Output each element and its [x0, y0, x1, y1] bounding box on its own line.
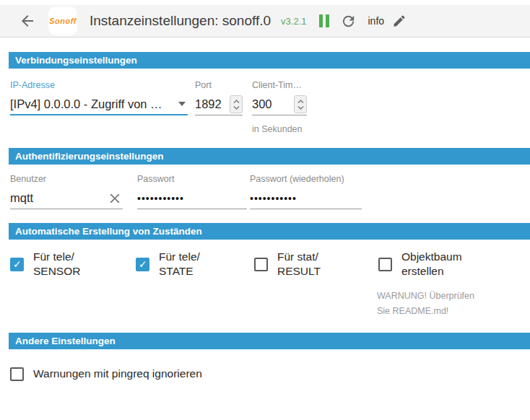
- port-input[interactable]: 1892: [195, 94, 243, 115]
- window-top-strip: [0, 0, 530, 5]
- user-value: mqtt: [10, 191, 33, 205]
- section-header-other: Andere Einstellungen: [9, 333, 530, 349]
- password-input[interactable]: •••••••••••: [137, 188, 247, 209]
- adapter-version: v3.2.1: [281, 16, 306, 27]
- ip-address-label: IP-Adresse: [10, 80, 188, 90]
- logo-text: Sonoff: [49, 17, 77, 25]
- port-label: Port: [195, 80, 243, 90]
- edit-button[interactable]: [392, 14, 407, 28]
- instance-settings-toolbar: Sonoff Instanzeinstellungen: sonoff.0 v3…: [0, 5, 530, 38]
- sonoff-adapter-logo: Sonoff: [48, 6, 77, 35]
- section-header-states: Automatische Erstellung von Zuständen: [9, 223, 530, 240]
- ip-address-select[interactable]: [IPv4] 0.0.0.0 - Zugriff von …: [10, 94, 188, 115]
- password-repeat-input[interactable]: •••••••••••: [250, 188, 362, 209]
- user-input[interactable]: mqtt: [10, 188, 123, 209]
- checkbox-ignore-pingreq[interactable]: Warnungen mit pingreq ignorieren: [10, 367, 202, 381]
- checkbox-label: Warnungen mit pingreq ignorieren: [33, 367, 202, 381]
- checkbox-label: Für tele/ STATE: [159, 250, 200, 279]
- back-button[interactable]: [19, 12, 36, 30]
- checkbox-icon[interactable]: [136, 258, 149, 271]
- close-icon[interactable]: [107, 191, 123, 206]
- checkbox-icon[interactable]: [10, 367, 24, 381]
- page-title: Instanzeinstellungen: sonoff.0: [90, 13, 271, 29]
- section-header-connection: Verbindungseinstellungen: [9, 52, 530, 69]
- password-repeat-value: •••••••••••: [250, 193, 297, 204]
- readme-warning: WARNUNG! Überprüfen Sie README.md!: [377, 289, 474, 319]
- password-label: Passwort: [137, 174, 247, 184]
- checkbox-label: Für tele/ SENSOR: [33, 250, 80, 279]
- refresh-button[interactable]: [340, 13, 357, 30]
- arrow-left-icon: [19, 12, 36, 30]
- caret-down-icon: [178, 102, 186, 106]
- password-value: •••••••••••: [137, 193, 184, 204]
- password-repeat-label: Passwort (wiederholen): [250, 174, 362, 184]
- port-value: 1892: [195, 97, 222, 111]
- client-timeout-value: 300: [252, 97, 272, 111]
- checkbox-tele-state[interactable]: Für tele/ STATE: [136, 250, 254, 279]
- checkbox-label: Für stat/ RESULT: [277, 250, 321, 279]
- info-link[interactable]: info: [368, 15, 384, 27]
- checkbox-icon[interactable]: [378, 258, 392, 271]
- client-timeout-stepper-icon[interactable]: [294, 95, 307, 113]
- checkbox-tele-sensor[interactable]: Für tele/ SENSOR: [10, 250, 136, 279]
- client-timeout-hint: in Sekunden: [252, 122, 304, 137]
- client-timeout-input[interactable]: 300: [252, 94, 307, 115]
- ip-address-value: [IPv4] 0.0.0.0 - Zugriff von …: [10, 97, 162, 111]
- client-timeout-label: Client-Tim…: [252, 80, 307, 90]
- pause-icon[interactable]: [319, 14, 329, 27]
- user-label: Benutzer: [10, 174, 123, 184]
- checkbox-icon[interactable]: [254, 258, 268, 271]
- checkbox-label: Objektbaum erstellen: [401, 250, 462, 279]
- checkbox-icon[interactable]: [10, 258, 24, 271]
- checkbox-object-tree[interactable]: Objektbaum erstellen: [378, 250, 474, 279]
- refresh-icon: [340, 13, 357, 30]
- section-header-auth: Authentifizierungseinstellungen: [9, 148, 530, 165]
- port-stepper-icon[interactable]: [230, 95, 243, 113]
- checkbox-stat-result[interactable]: Für stat/ RESULT: [254, 250, 378, 279]
- pencil-icon: [392, 14, 407, 28]
